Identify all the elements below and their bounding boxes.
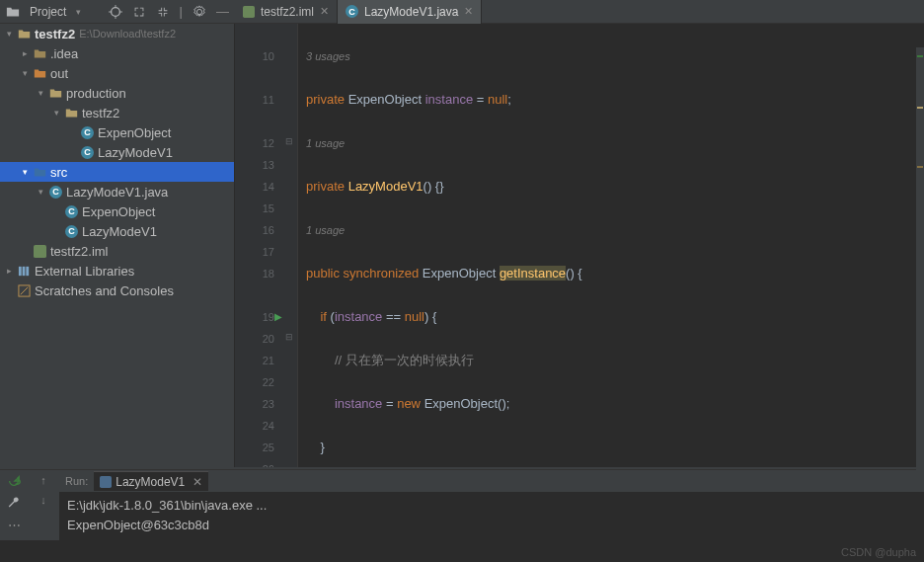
tree-root[interactable]: ▾ testfz2 E:\Download\testfz2 bbox=[0, 24, 234, 43]
svg-rect-7 bbox=[19, 266, 22, 275]
expand-icon[interactable] bbox=[132, 5, 146, 19]
svg-point-0 bbox=[111, 7, 119, 16]
line-number: 16 bbox=[235, 219, 274, 241]
marker-stripe bbox=[916, 47, 924, 491]
line-number: 14 bbox=[235, 176, 274, 198]
line-number: 24 bbox=[235, 415, 274, 437]
tree-label: External Libraries bbox=[35, 264, 134, 279]
tree-src[interactable]: ▾ src bbox=[0, 162, 234, 182]
tree-label: .idea bbox=[50, 46, 78, 61]
tree-label: LazyModeV1 bbox=[98, 145, 173, 160]
tree-lazyfile[interactable]: ▾ C LazyModeV1.java bbox=[0, 182, 234, 201]
down-icon[interactable]: ↓ bbox=[40, 494, 46, 506]
fold-icon[interactable]: ⊟ bbox=[285, 332, 293, 342]
hide-icon[interactable]: — bbox=[216, 4, 229, 19]
chevron-down-icon[interactable]: ▾ bbox=[20, 167, 30, 177]
project-label: Project bbox=[30, 5, 66, 19]
line-number: 17 bbox=[235, 241, 274, 263]
rerun-icon[interactable] bbox=[7, 474, 21, 488]
chevron-down-icon[interactable]: ▾ bbox=[4, 29, 14, 39]
code-editor[interactable]: 10 11 12 13 14 15 16 17 18 19▶ 20 21 22 … bbox=[235, 24, 924, 467]
svg-rect-11 bbox=[100, 476, 112, 488]
tab-label: LazyModeV1.java bbox=[364, 5, 458, 19]
run-tabs: Run: LazyModeV1 ✕ bbox=[59, 470, 924, 492]
settings-icon[interactable] bbox=[192, 5, 206, 19]
tree-label: Scratches and Consoles bbox=[35, 283, 174, 298]
inlay-hint: 1 usage bbox=[306, 224, 345, 236]
marker[interactable] bbox=[917, 166, 923, 168]
close-icon[interactable]: ✕ bbox=[464, 5, 473, 18]
line-number: 21 bbox=[235, 350, 274, 371]
module-file-icon bbox=[243, 6, 255, 18]
marker[interactable] bbox=[917, 107, 923, 109]
class-icon: C bbox=[81, 146, 94, 159]
run-gutter-icon[interactable]: ▶ bbox=[274, 306, 282, 328]
tree-label: production bbox=[66, 86, 126, 101]
tree-testfz2[interactable]: ▾ testfz2 bbox=[0, 103, 234, 122]
run-side-toolbar2: ↑ ↓ bbox=[28, 470, 59, 540]
line-number: 13 bbox=[235, 154, 274, 176]
tree-label: out bbox=[50, 66, 68, 81]
tree-label: testfz2.iml bbox=[50, 244, 109, 259]
line-number: 26 bbox=[235, 458, 274, 467]
run-label: Run: bbox=[61, 475, 94, 487]
folder-icon bbox=[34, 67, 46, 80]
chevron-right-icon[interactable]: ▸ bbox=[20, 48, 30, 58]
marker[interactable] bbox=[917, 55, 923, 57]
more-icon[interactable]: ⋯ bbox=[8, 518, 21, 532]
line-number: 11 bbox=[235, 89, 274, 111]
close-icon[interactable]: ✕ bbox=[192, 475, 202, 489]
project-toolbar: Project ▾ | — bbox=[0, 0, 235, 24]
console-output[interactable]: E:\jdk\jdk-1.8.0_361\bin\java.exe ... Ex… bbox=[59, 492, 924, 540]
line-number: 10 bbox=[235, 45, 274, 67]
locate-icon[interactable] bbox=[109, 5, 122, 19]
run-side-toolbar: ⋯ bbox=[0, 470, 28, 540]
highlighted-method: getInstance bbox=[500, 266, 566, 281]
chevron-down-icon[interactable]: ▾ bbox=[36, 88, 45, 98]
svg-rect-9 bbox=[26, 266, 29, 275]
collapse-icon[interactable] bbox=[156, 5, 170, 19]
chevron-down-icon[interactable]: ▾ bbox=[20, 68, 30, 78]
wrench-icon[interactable] bbox=[7, 496, 21, 510]
tree-idea[interactable]: ▸ .idea bbox=[0, 43, 234, 63]
chevron-right-icon[interactable]: ▸ bbox=[4, 266, 14, 276]
tree-expen2[interactable]: C ExpenObject bbox=[0, 201, 234, 221]
tree-out[interactable]: ▾ out bbox=[0, 63, 234, 83]
close-icon[interactable]: ✕ bbox=[320, 5, 329, 18]
folder-icon bbox=[34, 47, 46, 60]
chevron-down-icon[interactable]: ▾ bbox=[36, 187, 45, 197]
tree-scratches[interactable]: Scratches and Consoles bbox=[0, 281, 234, 300]
tree-external[interactable]: ▸ External Libraries bbox=[0, 261, 234, 281]
line-number: 23 bbox=[235, 393, 274, 415]
scratch-icon bbox=[18, 284, 31, 297]
code-content[interactable]: 3 usages private ExpenObject instance = … bbox=[298, 24, 924, 467]
editor-tabs-bar: testfz2.iml ✕ C LazyModeV1.java ✕ bbox=[235, 0, 924, 24]
tree-label: testfz2 bbox=[82, 106, 119, 120]
chevron-down-icon[interactable]: ▾ bbox=[51, 108, 61, 118]
tree-label: LazyModeV1.java bbox=[66, 185, 168, 200]
tree-iml[interactable]: testfz2.iml bbox=[0, 241, 234, 261]
svg-rect-5 bbox=[243, 6, 255, 18]
tree-lazy[interactable]: C LazyModeV1 bbox=[0, 142, 234, 162]
tree-label: testfz2 bbox=[35, 27, 75, 41]
tab-java[interactable]: C LazyModeV1.java ✕ bbox=[338, 0, 482, 24]
line-number: 19 bbox=[263, 311, 274, 323]
run-tab[interactable]: LazyModeV1 ✕ bbox=[94, 471, 208, 491]
divider-icon: | bbox=[180, 4, 183, 19]
up-icon[interactable]: ↑ bbox=[40, 474, 46, 486]
tree-lazy2[interactable]: C LazyModeV1 bbox=[0, 221, 234, 241]
dropdown-icon[interactable]: ▾ bbox=[76, 7, 81, 17]
gutter: 10 11 12 13 14 15 16 17 18 19▶ 20 21 22 … bbox=[235, 24, 282, 467]
tab-label: testfz2.iml bbox=[261, 5, 314, 19]
tab-iml[interactable]: testfz2.iml ✕ bbox=[235, 0, 338, 24]
tree-label: ExpenObject bbox=[82, 204, 155, 219]
line-number: 12 bbox=[235, 132, 274, 154]
tree-label: ExpenObject bbox=[98, 125, 171, 140]
project-icon bbox=[6, 5, 20, 19]
tree-production[interactable]: ▾ production bbox=[0, 83, 234, 103]
tree-expen[interactable]: C ExpenObject bbox=[0, 122, 234, 142]
folder-icon bbox=[65, 107, 78, 120]
line-number: 22 bbox=[235, 371, 274, 393]
fold-icon[interactable]: ⊟ bbox=[285, 136, 293, 146]
comment: // 只在第一次的时候执行 bbox=[335, 353, 474, 367]
